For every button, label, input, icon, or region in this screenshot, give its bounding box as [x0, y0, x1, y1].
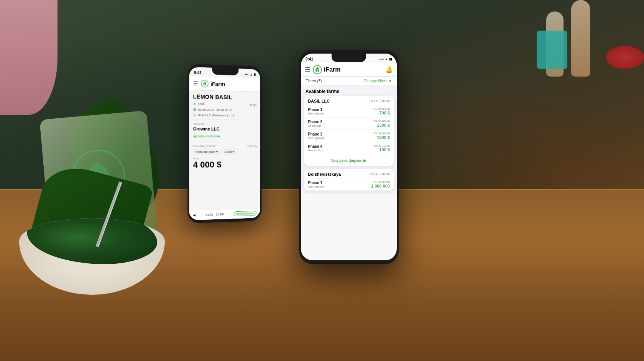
phone-1-currency-select[interactable]: $ usd ▾: [222, 149, 237, 155]
battery-icon: ▮: [254, 72, 256, 76]
phone-1-harvest-method: From the bush: [196, 150, 215, 154]
phase-3-left: Phase 3 Main growth: [308, 132, 325, 140]
phone-1-harvest-select[interactable]: From the bush ▾: [192, 149, 221, 155]
wifi-icon-2: ▲: [385, 57, 388, 61]
chevron-down-icon: ▾: [216, 150, 218, 154]
farm-bolshevistskaya-dates: 01.06 - 20.06: [370, 172, 390, 176]
bolsh-phase-1-name: Phase 1: [308, 181, 325, 185]
phone-1-harvest-labels: Harvesting method Currency: [189, 144, 260, 148]
phone-2-device: 9:41 ▪▪▪▪ ▲ ▮▮ ☰: [299, 50, 399, 264]
phone-2-notch: [332, 54, 366, 62]
phone-1-screen: 9:41 ▪▪▪ ▲ ▮ ☰ iFarm: [189, 67, 260, 221]
phase-2-row: Phase 2 Seedlings 03.06-05.06 1300 $: [304, 118, 394, 130]
phase-3-price: 1900 $: [373, 135, 390, 140]
wifi-icon: ▲: [250, 72, 253, 76]
load-farm-basil-btn[interactable]: Загрузка фермы ▶: [331, 158, 367, 163]
farm-bolshevistskaya-name: Bolshevistskaya: [308, 172, 341, 176]
location-icon: ◎: [193, 113, 196, 117]
phase-2-right: 03.06-05.06 1300 $: [373, 119, 390, 127]
phone-2-bell-icon[interactable]: 🔔: [385, 66, 393, 73]
grinder-dark: [571, 0, 590, 77]
phone-1-quantity: 1000: [198, 102, 205, 106]
phone-1-scroll-left[interactable]: ◀: [193, 213, 196, 217]
phone-1-status-icons: ▪▪▪ ▲ ▮: [245, 72, 256, 77]
phase-1-right: 01.06-03.06 700 $: [373, 107, 390, 115]
phase-4-name: Phase 4: [308, 144, 322, 149]
phone-1-new-customer[interactable]: ⊕ New custumer: [189, 132, 260, 141]
farm-card-bolshevistskaya: Bolshevistskaya 01.06 - 20.06 Phase 1 Ge…: [304, 169, 394, 191]
phone-1-new-customer-label: New custumer: [198, 134, 220, 138]
phone-1-logo: iFarm: [200, 79, 225, 88]
phase-3-row: Phase 3 Main growth 05.06-08.06 1900 $: [304, 130, 394, 142]
battery-icon-2: ▮▮: [389, 57, 392, 61]
phase-2-name: Phase 2: [308, 120, 322, 124]
farm-basil-llc-dates: 01.06 - 20.06: [370, 99, 390, 103]
phone-1-customer-name: Growme LLC: [193, 126, 220, 131]
signal-icon-2: ▪▪▪▪: [380, 57, 384, 61]
phone-1-bottom-bar: ◀ 01.06 - 20.06 Recommended: [189, 208, 260, 220]
bolsh-phase-1-left: Phase 1 Germination: [308, 181, 325, 188]
phone-1-divider-2: [189, 142, 260, 142]
phone-2-screen: 9:41 ▪▪▪▪ ▲ ▮▮ ☰: [301, 54, 397, 260]
phone-1-time: 9:41: [194, 70, 202, 75]
phase-4-row: Phase 4 Harvesting 08.06-11.06 100 $: [304, 142, 394, 154]
teal-container-decor: [537, 31, 567, 69]
bolsh-phase-1-row: Phase 1 Germination 01.06-03.06 1 000 00…: [304, 178, 394, 191]
bolsh-phase-1-right: 01.06-03.06 1 000 000: [371, 180, 390, 188]
phone-2-app-name: iFarm: [324, 66, 341, 73]
phone-2-logo: iFarm: [312, 65, 341, 75]
phase-4-price: 100 $: [373, 147, 390, 152]
kale-leaves: [27, 218, 157, 264]
bolsh-phase-1-dates: 01.06-03.06: [371, 180, 390, 184]
phone-1-harvest-row: From the bush ▾ $ usd ▾: [189, 148, 260, 156]
phone-1-logo-icon: [200, 79, 209, 88]
sprout-icon: ✦: [193, 102, 196, 106]
bolsh-phase-1-type: Germination: [308, 185, 325, 188]
phase-1-type: Germination: [308, 112, 325, 115]
phase-1-name: Phase 1: [308, 108, 325, 112]
farm-bolshevistskaya-header: Bolshevistskaya 01.06 - 20.06: [304, 169, 394, 178]
phone-1-content: LEMON BASIL ✦ 1000 ⚖ 60 ▦ 01.06.2019 - 2…: [189, 90, 260, 172]
phone-1-currency-label: Currency: [246, 145, 257, 147]
phone-1-bottom-dates: 01.06 - 20.06: [205, 212, 223, 217]
phone-1-price: 4 000 $: [193, 159, 256, 170]
phones-container: 9:41 ▪▪▪ ▲ ▮ ☰ iFarm: [184, 50, 399, 302]
farm-basil-llc-header: BASIL LLC 01.06 - 20.06: [304, 96, 394, 105]
phone-2-filters-bar: Filters (3) Change filters ▼: [301, 77, 397, 86]
phone-1-app-name: iFarm: [210, 80, 225, 87]
farm-basil-llc-footer: Загрузка фермы ▶: [304, 154, 394, 166]
phone-2-app-header: ☰ iFarm 🔔: [301, 63, 397, 77]
phase-3-name: Phase 3: [308, 132, 325, 136]
phase-3-dates: 05.06-08.06: [373, 132, 390, 135]
phase-1-left: Phase 1 Germination: [308, 108, 325, 115]
phase-4-dates: 08.06-11.06: [373, 144, 390, 147]
phone-1-dates: 01.06.2019 - 20.06.2019: [198, 108, 232, 111]
phone-2-status-icons: ▪▪▪▪ ▲ ▮▮: [380, 57, 392, 61]
phone-1-menu-icon[interactable]: ☰: [193, 80, 198, 87]
plus-circle-icon: ⊕: [193, 134, 197, 139]
phase-4-right: 08.06-11.06 100 $: [373, 144, 390, 152]
phone-2-menu-icon[interactable]: ☰: [305, 66, 310, 73]
phase-1-price: 700 $: [373, 111, 390, 115]
chevron-down-icon-2: ▾: [233, 150, 234, 154]
phone-1-price-section: Price 4 000 $: [189, 155, 260, 172]
phone-1-weight: ⚖ 60: [250, 103, 256, 107]
phone-2-section-title: Available farms: [301, 86, 397, 96]
calendar-icon: ▦: [193, 108, 197, 111]
phone-1-recommended-badge: Recommended: [233, 211, 256, 216]
phone-1-app-header: ☰ iFarm: [189, 76, 260, 92]
bolsh-phase-1-price: 1 000 000: [371, 184, 390, 188]
phone-1-location: Basil LLC (Nikolaeva st, 15: [198, 113, 235, 117]
farm-card-basil-llc: BASIL LLC 01.06 - 20.06 Phase 1 Germinat…: [304, 96, 394, 166]
phase-2-type: Seedlings: [308, 124, 322, 127]
phone-2-change-filters-btn[interactable]: Change filters ▼: [364, 79, 392, 83]
phone-2-filters-text: Filters (3): [306, 79, 322, 83]
phone-1-location-row: ◎ Basil LLC (Nikolaeva st, 15: [189, 112, 260, 118]
phone-1-customer-row: Growme LLC: [189, 126, 260, 132]
phase-1-dates: 01.06-03.06: [373, 107, 390, 111]
phone-1-harvesting-label: Harvesting method: [192, 145, 245, 147]
phase-2-left: Phase 2 Seedlings: [308, 120, 322, 127]
phone-2-farms-section: Available farms BASIL LLC 01.06 - 20.06 …: [301, 86, 397, 194]
phone-1-product-title: LEMON BASIL: [189, 90, 260, 103]
phone-1-notch: [212, 68, 238, 75]
